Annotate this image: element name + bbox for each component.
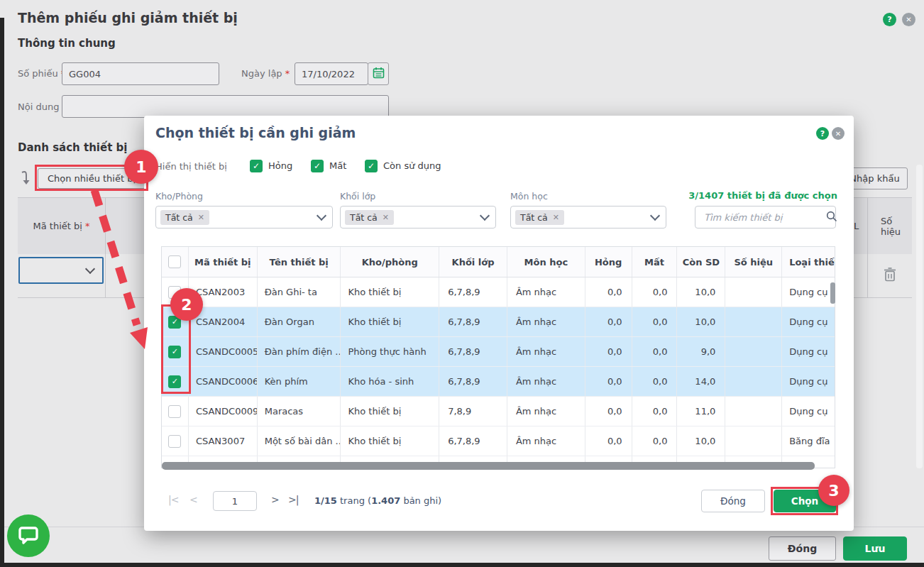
- row-checkbox[interactable]: [168, 435, 181, 448]
- page-prev-icon[interactable]: <: [189, 494, 197, 505]
- page-close-button[interactable]: Đóng: [769, 536, 836, 561]
- modal-title: Chọn thiết bị cần ghi giảm: [155, 125, 356, 141]
- row-checkbox[interactable]: ✓: [168, 375, 181, 388]
- kho-phong-dropdown[interactable]: Tất cả✕: [155, 206, 333, 229]
- page-save-button[interactable]: Lưu: [843, 536, 907, 561]
- window-frame-bottom: [0, 563, 924, 567]
- step-badge-2: 2: [170, 288, 203, 321]
- bg-table-header-right: L Số hiệu: [854, 197, 912, 254]
- filter-mon-hoc-label: Môn học: [510, 191, 548, 202]
- chat-button[interactable]: [7, 514, 50, 557]
- col-header[interactable]: Tên thiết bị: [258, 247, 341, 277]
- table-row[interactable]: CSANDC0009 Maracas Kho thiết bị 7,8,9 Âm…: [162, 397, 835, 426]
- chip-remove-icon[interactable]: ✕: [553, 213, 559, 222]
- modal-close-button[interactable]: Đóng: [701, 490, 765, 512]
- select-devices-modal: Chọn thiết bị cần ghi giảm ? ✕ Hiển thị …: [144, 116, 854, 531]
- checkbox-con-su-dung[interactable]: ✓: [365, 160, 378, 172]
- modal-close-icon[interactable]: ✕: [832, 127, 845, 140]
- noi-dung-label: Nội dung: [18, 101, 59, 112]
- bg-table-row-right: [854, 254, 912, 298]
- search-icon[interactable]: [826, 211, 837, 224]
- page-title: Thêm phiếu ghi giảm thiết bị: [18, 10, 238, 26]
- table-row[interactable]: CSAN3007 Một số bài dân ... Kho thiết bị…: [162, 426, 835, 456]
- table-row[interactable]: CSAN2003 Đàn Ghi- ta Kho thiết bị 6,7,8,…: [162, 277, 835, 307]
- table-row[interactable]: ✓ CSANDC0006 Kèn phím Kho hóa - sinh 6,7…: [162, 367, 835, 397]
- col-header[interactable]: Số hiệu: [725, 247, 782, 277]
- col-header[interactable]: Hỏng: [585, 247, 632, 277]
- app-window: Thêm phiếu ghi giảm thiết bị ? ✕ Thông t…: [0, 0, 924, 567]
- bg-col-so-hieu: Số hiệu: [868, 198, 912, 254]
- khoi-lop-dropdown[interactable]: Tất cả✕: [340, 206, 496, 229]
- checkbox-mat[interactable]: ✓: [311, 160, 324, 172]
- filter-kho-phong-label: Kho/Phòng: [155, 191, 203, 202]
- ngay-lap-label: Ngày lập *: [241, 68, 290, 79]
- pagination-info: 1/15 trang (1.407 bản ghi): [314, 495, 441, 506]
- bg-col-fragment: L: [854, 198, 868, 254]
- help-icon[interactable]: ?: [883, 13, 896, 26]
- page-scrollbar[interactable]: [916, 165, 923, 468]
- checkbox-mat-label: Mất: [329, 160, 346, 171]
- page-first-icon[interactable]: |<: [168, 494, 178, 505]
- page-next-icon[interactable]: >: [271, 494, 279, 505]
- table-horizontal-scrollbar[interactable]: [162, 462, 815, 470]
- page-last-icon[interactable]: >|: [288, 494, 298, 505]
- filter-chip: Tất cả✕: [345, 210, 394, 225]
- device-search-box[interactable]: [695, 206, 836, 229]
- checkbox-hong[interactable]: ✓: [250, 160, 263, 172]
- row-checkbox[interactable]: ✓: [168, 346, 181, 358]
- chevron-down-icon: [480, 211, 490, 221]
- col-header[interactable]: Mã thiết bị: [189, 247, 258, 277]
- so-phieu-input[interactable]: [62, 62, 219, 85]
- checkbox-con-su-dung-label: Còn sử dụng: [383, 160, 441, 171]
- page-number-input[interactable]: [213, 491, 257, 511]
- table-header-row: Mã thiết bị Tên thiết bị Kho/phòng Khối …: [162, 247, 835, 277]
- calendar-button[interactable]: [368, 62, 389, 85]
- modal-help-icon[interactable]: ?: [816, 127, 829, 140]
- so-phieu-label: Số phiếu *: [18, 68, 65, 79]
- filter-chip: Tất cả✕: [160, 210, 209, 225]
- col-header[interactable]: Khối lớp: [439, 247, 507, 277]
- window-frame-left: [0, 18, 4, 567]
- required-asterisk: *: [285, 68, 290, 79]
- chevron-down-icon: [650, 211, 660, 221]
- mon-hoc-dropdown[interactable]: Tất cả✕: [510, 206, 666, 229]
- col-header[interactable]: Còn SD: [677, 247, 725, 277]
- chip-remove-icon[interactable]: ✕: [383, 213, 389, 222]
- step-badge-3: 3: [818, 475, 849, 506]
- bg-col-ma-thiet-bi: Mã thiết bị *: [18, 198, 106, 254]
- chat-bubble-icon: [18, 525, 39, 547]
- display-devices-label: Hiển thị thiết bị: [155, 161, 227, 172]
- checkbox-hong-label: Hỏng: [268, 160, 292, 171]
- device-table: Mã thiết bị Tên thiết bị Kho/phòng Khối …: [161, 246, 835, 468]
- section-general-info: Thông tin chung: [18, 37, 116, 50]
- required-asterisk: *: [85, 221, 90, 231]
- filter-chip: Tất cả✕: [515, 210, 564, 225]
- trash-icon[interactable]: [883, 267, 897, 285]
- ngay-lap-input[interactable]: [295, 62, 368, 85]
- select-all-checkbox[interactable]: [168, 255, 181, 268]
- section-device-list: Danh sách thiết bị: [18, 141, 127, 154]
- download-icon[interactable]: [20, 170, 34, 188]
- col-header[interactable]: Loại thiết: [782, 247, 835, 277]
- noi-dung-input[interactable]: [62, 95, 389, 118]
- search-input[interactable]: [703, 211, 826, 224]
- step-badge-1: 1: [124, 150, 158, 184]
- col-header[interactable]: Môn học: [507, 247, 585, 277]
- table-row[interactable]: ✓ CSAN2004 Đàn Organ Kho thiết bị 6,7,8,…: [162, 307, 835, 337]
- filter-khoi-lop-label: Khối lớp: [340, 191, 375, 202]
- selected-count-text: 3/1407 thiết bị đã được chọn: [688, 190, 837, 201]
- col-header[interactable]: Kho/phòng: [341, 247, 439, 277]
- chevron-down-icon: [317, 211, 326, 221]
- chip-remove-icon[interactable]: ✕: [198, 213, 204, 222]
- col-header[interactable]: Mất: [632, 247, 678, 277]
- close-icon[interactable]: ✕: [902, 13, 915, 26]
- table-row[interactable]: ✓ CSANDC0005 Đàn phím điện ... Phòng thự…: [162, 337, 835, 367]
- calendar-icon: [373, 67, 385, 81]
- bg-table-header: Mã thiết bị *: [18, 197, 144, 254]
- device-code-select[interactable]: [18, 257, 104, 284]
- row-checkbox[interactable]: [168, 405, 181, 418]
- table-vertical-scrollbar[interactable]: [830, 282, 835, 304]
